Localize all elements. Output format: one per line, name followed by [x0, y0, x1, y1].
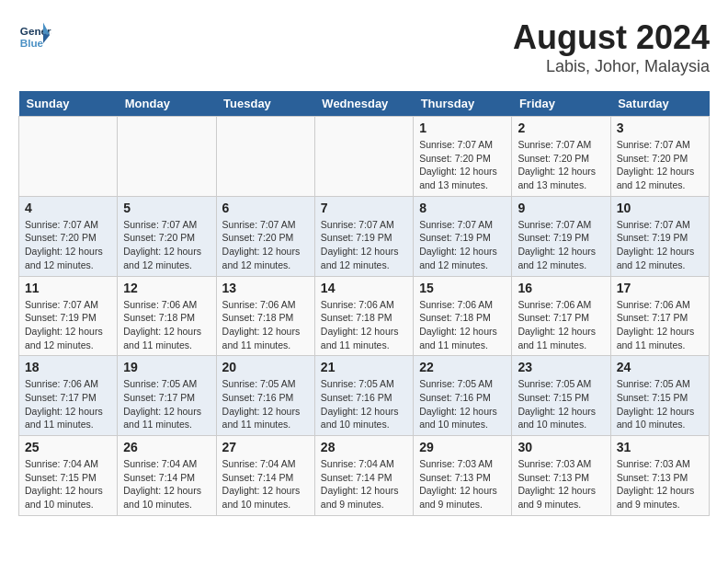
day-info: Sunrise: 7:07 AM Sunset: 7:19 PM Dayligh… [518, 218, 604, 272]
day-info: Sunrise: 7:06 AM Sunset: 7:18 PM Dayligh… [123, 298, 210, 352]
calendar-cell: 8Sunrise: 7:07 AM Sunset: 7:19 PM Daylig… [414, 196, 512, 276]
calendar-cell: 17Sunrise: 7:06 AM Sunset: 7:17 PM Dayli… [610, 276, 709, 356]
day-number: 15 [419, 281, 506, 295]
calendar-cell: 30Sunrise: 7:03 AM Sunset: 7:13 PM Dayli… [512, 436, 610, 516]
day-info: Sunrise: 7:06 AM Sunset: 7:17 PM Dayligh… [25, 377, 111, 431]
day-of-week-header: Wednesday [314, 91, 413, 117]
page-header: General Blue August 2024 Labis, Johor, M… [18, 18, 710, 76]
calendar-cell: 27Sunrise: 7:04 AM Sunset: 7:14 PM Dayli… [216, 436, 314, 516]
day-info: Sunrise: 7:07 AM Sunset: 7:20 PM Dayligh… [123, 218, 210, 272]
calendar-cell: 19Sunrise: 7:05 AM Sunset: 7:17 PM Dayli… [118, 356, 216, 436]
day-number: 2 [518, 121, 604, 135]
day-number: 1 [419, 121, 506, 135]
calendar-cell: 26Sunrise: 7:04 AM Sunset: 7:14 PM Dayli… [118, 436, 216, 516]
day-info: Sunrise: 7:07 AM Sunset: 7:19 PM Dayligh… [419, 218, 506, 272]
day-info: Sunrise: 7:07 AM Sunset: 7:20 PM Dayligh… [518, 138, 604, 192]
calendar-cell: 25Sunrise: 7:04 AM Sunset: 7:15 PM Dayli… [19, 436, 118, 516]
calendar-cell: 24Sunrise: 7:05 AM Sunset: 7:15 PM Dayli… [610, 356, 709, 436]
day-number: 14 [321, 281, 407, 295]
calendar-cell [314, 117, 413, 197]
calendar-week-row: 4Sunrise: 7:07 AM Sunset: 7:20 PM Daylig… [19, 196, 710, 276]
calendar-cell [118, 117, 216, 197]
day-info: Sunrise: 7:07 AM Sunset: 7:20 PM Dayligh… [419, 138, 506, 192]
day-number: 18 [25, 360, 111, 374]
day-number: 30 [518, 440, 604, 454]
calendar-cell: 31Sunrise: 7:03 AM Sunset: 7:13 PM Dayli… [610, 436, 709, 516]
day-info: Sunrise: 7:04 AM Sunset: 7:15 PM Dayligh… [25, 457, 111, 511]
day-number: 4 [25, 201, 111, 215]
svg-marker-3 [43, 33, 50, 43]
calendar-cell: 12Sunrise: 7:06 AM Sunset: 7:18 PM Dayli… [118, 276, 216, 356]
day-info: Sunrise: 7:05 AM Sunset: 7:16 PM Dayligh… [222, 377, 309, 431]
day-number: 10 [617, 201, 703, 215]
calendar-cell: 14Sunrise: 7:06 AM Sunset: 7:18 PM Dayli… [314, 276, 413, 356]
day-number: 26 [123, 440, 210, 454]
calendar-cell: 20Sunrise: 7:05 AM Sunset: 7:16 PM Dayli… [216, 356, 314, 436]
logo: General Blue [18, 18, 51, 52]
day-info: Sunrise: 7:05 AM Sunset: 7:16 PM Dayligh… [321, 377, 407, 431]
day-number: 12 [123, 281, 210, 295]
calendar-cell: 16Sunrise: 7:06 AM Sunset: 7:17 PM Dayli… [512, 276, 610, 356]
day-number: 27 [222, 440, 309, 454]
day-info: Sunrise: 7:03 AM Sunset: 7:13 PM Dayligh… [518, 457, 604, 511]
day-number: 22 [419, 360, 506, 374]
calendar-cell: 10Sunrise: 7:07 AM Sunset: 7:19 PM Dayli… [610, 196, 709, 276]
day-info: Sunrise: 7:06 AM Sunset: 7:18 PM Dayligh… [321, 298, 407, 352]
calendar-cell: 28Sunrise: 7:04 AM Sunset: 7:14 PM Dayli… [314, 436, 413, 516]
calendar-week-row: 11Sunrise: 7:07 AM Sunset: 7:19 PM Dayli… [19, 276, 710, 356]
day-number: 29 [419, 440, 506, 454]
calendar-cell: 23Sunrise: 7:05 AM Sunset: 7:15 PM Dayli… [512, 356, 610, 436]
day-number: 23 [518, 360, 604, 374]
logo-icon: General Blue [18, 18, 51, 52]
day-number: 13 [222, 281, 309, 295]
day-info: Sunrise: 7:05 AM Sunset: 7:16 PM Dayligh… [419, 377, 506, 431]
day-info: Sunrise: 7:05 AM Sunset: 7:15 PM Dayligh… [617, 377, 703, 431]
day-number: 11 [25, 281, 111, 295]
day-of-week-header: Thursday [414, 91, 512, 117]
calendar-table: SundayMondayTuesdayWednesdayThursdayFrid… [18, 91, 710, 516]
day-number: 3 [617, 121, 703, 135]
calendar-cell: 29Sunrise: 7:03 AM Sunset: 7:13 PM Dayli… [414, 436, 512, 516]
day-info: Sunrise: 7:06 AM Sunset: 7:18 PM Dayligh… [222, 298, 309, 352]
calendar-cell: 13Sunrise: 7:06 AM Sunset: 7:18 PM Dayli… [216, 276, 314, 356]
day-number: 21 [321, 360, 407, 374]
day-of-week-header: Monday [118, 91, 216, 117]
day-number: 7 [321, 201, 407, 215]
day-info: Sunrise: 7:04 AM Sunset: 7:14 PM Dayligh… [123, 457, 210, 511]
day-info: Sunrise: 7:04 AM Sunset: 7:14 PM Dayligh… [321, 457, 407, 511]
day-info: Sunrise: 7:07 AM Sunset: 7:20 PM Dayligh… [25, 218, 111, 272]
day-number: 5 [123, 201, 210, 215]
day-info: Sunrise: 7:05 AM Sunset: 7:17 PM Dayligh… [123, 377, 210, 431]
calendar-cell: 15Sunrise: 7:06 AM Sunset: 7:18 PM Dayli… [414, 276, 512, 356]
day-info: Sunrise: 7:07 AM Sunset: 7:20 PM Dayligh… [222, 218, 309, 272]
day-number: 17 [617, 281, 703, 295]
day-info: Sunrise: 7:04 AM Sunset: 7:14 PM Dayligh… [222, 457, 309, 511]
calendar-cell: 6Sunrise: 7:07 AM Sunset: 7:20 PM Daylig… [216, 196, 314, 276]
calendar-header-row: SundayMondayTuesdayWednesdayThursdayFrid… [19, 91, 710, 117]
day-info: Sunrise: 7:07 AM Sunset: 7:19 PM Dayligh… [617, 218, 703, 272]
day-info: Sunrise: 7:07 AM Sunset: 7:20 PM Dayligh… [617, 138, 703, 192]
day-of-week-header: Tuesday [216, 91, 314, 117]
calendar-cell: 11Sunrise: 7:07 AM Sunset: 7:19 PM Dayli… [19, 276, 118, 356]
svg-text:Blue: Blue [20, 37, 44, 49]
day-number: 25 [25, 440, 111, 454]
calendar-cell: 22Sunrise: 7:05 AM Sunset: 7:16 PM Dayli… [414, 356, 512, 436]
day-number: 9 [518, 201, 604, 215]
calendar-cell: 5Sunrise: 7:07 AM Sunset: 7:20 PM Daylig… [118, 196, 216, 276]
calendar-cell [19, 117, 118, 197]
calendar-cell: 4Sunrise: 7:07 AM Sunset: 7:20 PM Daylig… [19, 196, 118, 276]
day-number: 16 [518, 281, 604, 295]
calendar-cell: 1Sunrise: 7:07 AM Sunset: 7:20 PM Daylig… [414, 117, 512, 197]
day-number: 24 [617, 360, 703, 374]
calendar-cell: 7Sunrise: 7:07 AM Sunset: 7:19 PM Daylig… [314, 196, 413, 276]
calendar-week-row: 25Sunrise: 7:04 AM Sunset: 7:15 PM Dayli… [19, 436, 710, 516]
day-number: 28 [321, 440, 407, 454]
day-info: Sunrise: 7:06 AM Sunset: 7:17 PM Dayligh… [518, 298, 604, 352]
page-subtitle: Labis, Johor, Malaysia [513, 57, 710, 76]
day-info: Sunrise: 7:03 AM Sunset: 7:13 PM Dayligh… [617, 457, 703, 511]
day-number: 31 [617, 440, 703, 454]
day-info: Sunrise: 7:05 AM Sunset: 7:15 PM Dayligh… [518, 377, 604, 431]
calendar-cell: 21Sunrise: 7:05 AM Sunset: 7:16 PM Dayli… [314, 356, 413, 436]
day-info: Sunrise: 7:06 AM Sunset: 7:18 PM Dayligh… [419, 298, 506, 352]
day-info: Sunrise: 7:07 AM Sunset: 7:19 PM Dayligh… [321, 218, 407, 272]
